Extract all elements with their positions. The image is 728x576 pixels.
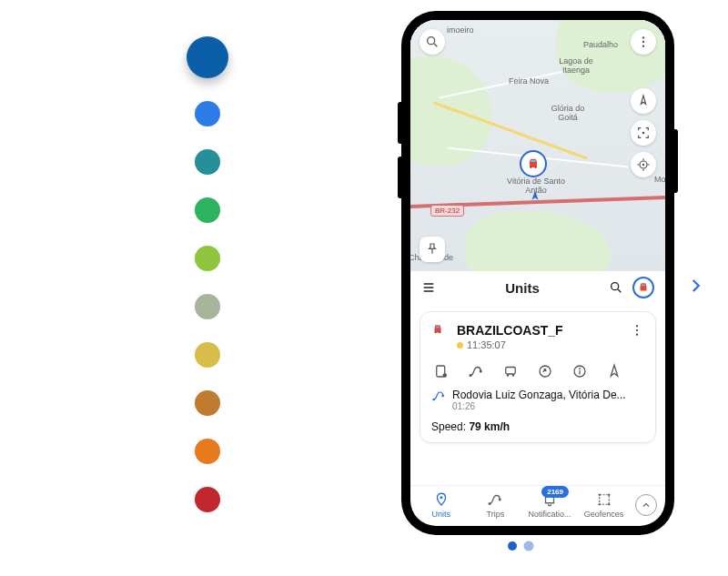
pager-dot-active[interactable] — [508, 541, 517, 551]
locate-icon — [636, 157, 651, 172]
unit-marker[interactable] — [520, 150, 547, 177]
map-compass-button[interactable] — [631, 88, 656, 114]
svg-line-3 — [434, 44, 437, 46]
svg-rect-27 — [579, 370, 580, 375]
svg-point-30 — [440, 496, 442, 499]
chevron-up-icon — [641, 500, 652, 510]
svg-point-5 — [642, 41, 644, 43]
phone-frame: BR-232 imoeiro Paudalho Lagoa de Itaenga… — [401, 11, 674, 535]
units-header: Units — [410, 271, 665, 304]
compass-icon — [636, 94, 651, 108]
map-search-button[interactable] — [420, 29, 445, 55]
svg-line-11 — [618, 289, 621, 292]
color-swatch-1[interactable] — [195, 101, 220, 126]
pin-icon — [425, 242, 440, 257]
navigate-icon[interactable] — [606, 363, 622, 379]
svg-rect-33 — [599, 495, 609, 505]
search-icon — [425, 35, 440, 49]
selected-unit-avatar[interactable] — [632, 277, 654, 298]
svg-point-2 — [428, 37, 435, 45]
color-swatch-list — [187, 36, 228, 512]
svg-point-29 — [441, 395, 444, 398]
svg-point-24 — [540, 366, 551, 377]
status-dot-icon — [457, 342, 463, 349]
map-label: imoeiro — [447, 25, 474, 35]
svg-point-14 — [636, 325, 638, 327]
more-vert-icon — [636, 35, 651, 49]
route-badge: BR-232 — [430, 205, 464, 217]
svg-point-9 — [642, 164, 644, 166]
svg-point-15 — [636, 329, 638, 331]
report-icon[interactable] — [433, 363, 450, 379]
map-more-button[interactable] — [631, 29, 656, 55]
svg-point-31 — [489, 502, 491, 505]
unit-card[interactable]: BRAZILCOAST_F 11:35:07 — [420, 311, 656, 443]
units-title: Units — [445, 280, 600, 296]
bottom-nav: Units Trips 2169 Notificatio... Geofence… — [410, 485, 665, 526]
svg-point-18 — [443, 373, 448, 378]
color-swatch-3[interactable] — [195, 197, 220, 223]
unit-quick-actions — [433, 363, 642, 379]
location-time: 01:26 — [452, 401, 626, 411]
unit-location: Rodovia Luiz Gonzaga, Vitória De... 01:2… — [431, 389, 644, 411]
color-swatch-7[interactable] — [195, 390, 220, 416]
status-time: 11:35:07 — [467, 339, 506, 350]
nav-geofences[interactable]: Geofences — [581, 491, 627, 519]
svg-point-6 — [642, 45, 644, 46]
svg-point-22 — [507, 374, 509, 376]
color-swatch-6[interactable] — [195, 342, 220, 368]
vehicle-icon[interactable] — [502, 363, 519, 379]
nav-label: Units — [432, 510, 451, 519]
map-label: Paudalho — [583, 40, 618, 49]
svg-point-32 — [499, 499, 501, 501]
svg-point-12 — [435, 332, 437, 334]
color-swatch-8[interactable] — [195, 439, 220, 464]
color-swatch-5[interactable] — [195, 294, 220, 319]
nav-notifications[interactable]: 2169 Notificatio... — [527, 491, 572, 519]
share-icon[interactable] — [537, 363, 553, 379]
svg-point-37 — [608, 503, 610, 505]
svg-point-20 — [480, 370, 482, 373]
nav-units[interactable]: Units — [419, 491, 464, 519]
svg-point-0 — [530, 167, 531, 168]
color-swatch-2[interactable] — [195, 149, 220, 175]
svg-point-10 — [612, 283, 619, 290]
map-label: Feira Nova — [509, 76, 549, 86]
unit-speed: Speed: 79 km/h — [431, 420, 644, 433]
color-swatch-0[interactable] — [187, 36, 228, 78]
svg-point-23 — [512, 374, 514, 376]
center-icon — [636, 126, 651, 140]
svg-point-19 — [470, 374, 472, 377]
pin-icon — [433, 491, 450, 508]
car-icon — [637, 281, 650, 294]
svg-point-35 — [608, 494, 610, 496]
map-view[interactable]: BR-232 imoeiro Paudalho Lagoa de Itaenga… — [410, 20, 665, 271]
color-swatch-9[interactable] — [195, 487, 220, 512]
svg-point-28 — [432, 399, 435, 401]
svg-point-13 — [440, 332, 441, 334]
info-icon[interactable] — [571, 363, 588, 379]
search-icon[interactable] — [609, 280, 623, 295]
nav-expand-button[interactable] — [635, 494, 657, 516]
map-label: Glória do Goitá — [545, 104, 591, 122]
app-screen: BR-232 imoeiro Paudalho Lagoa de Itaenga… — [410, 20, 665, 526]
map-center-button[interactable] — [631, 120, 656, 146]
route-icon[interactable] — [468, 363, 484, 379]
unit-name: BRAZILCOAST_F — [457, 323, 563, 338]
nav-trips[interactable]: Trips — [472, 491, 518, 519]
map-pin-button[interactable] — [420, 237, 445, 262]
svg-point-36 — [598, 503, 600, 505]
svg-point-26 — [579, 368, 581, 369]
svg-point-4 — [642, 36, 644, 38]
svg-point-16 — [636, 334, 638, 336]
map-locate-button[interactable] — [631, 152, 656, 177]
route-icon — [487, 491, 503, 508]
menu-icon[interactable] — [421, 280, 436, 295]
carousel-next-button[interactable] — [687, 278, 703, 298]
color-swatch-4[interactable] — [195, 246, 220, 271]
nav-label: Trips — [487, 510, 505, 519]
map-label: Mo — [654, 175, 665, 184]
pager-dot[interactable] — [524, 541, 534, 551]
card-more-button[interactable] — [630, 323, 644, 341]
nav-label: Geofences — [584, 510, 624, 519]
